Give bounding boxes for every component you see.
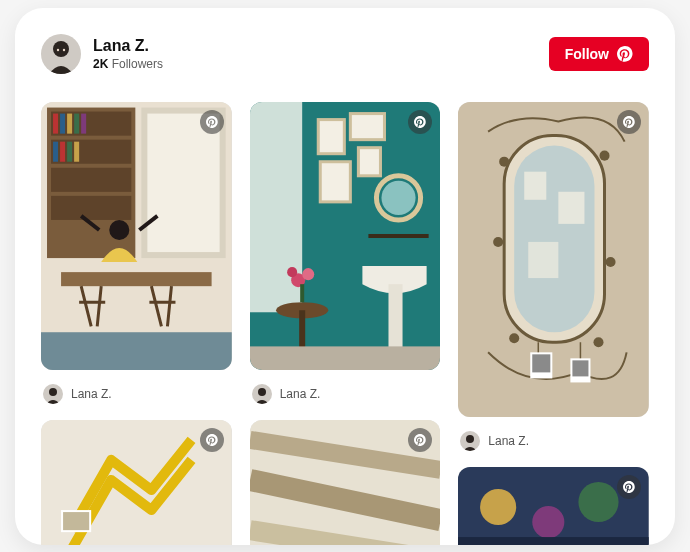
followers-count: 2K bbox=[93, 57, 108, 71]
author-avatar bbox=[460, 431, 480, 451]
svg-point-56 bbox=[606, 257, 616, 267]
pinterest-badge-icon[interactable] bbox=[617, 475, 641, 499]
pinterest-badge-icon[interactable] bbox=[200, 428, 224, 452]
svg-rect-35 bbox=[358, 148, 380, 176]
profile-module: Lana Z. 2K Followers Follow bbox=[15, 8, 675, 545]
followers-line: 2K Followers bbox=[93, 57, 163, 71]
svg-rect-12 bbox=[67, 114, 72, 134]
svg-rect-38 bbox=[368, 234, 428, 238]
follow-button-label: Follow bbox=[565, 46, 609, 62]
pin[interactable] bbox=[41, 102, 232, 370]
svg-rect-63 bbox=[525, 172, 547, 200]
svg-point-3 bbox=[63, 49, 65, 51]
pin[interactable] bbox=[41, 420, 232, 545]
pin-attribution[interactable]: Lana Z. bbox=[250, 380, 441, 410]
svg-rect-33 bbox=[350, 114, 384, 140]
svg-rect-23 bbox=[41, 332, 232, 370]
pinterest-badge-icon[interactable] bbox=[200, 110, 224, 134]
svg-rect-34 bbox=[320, 162, 350, 202]
pin-image bbox=[458, 102, 649, 417]
svg-rect-32 bbox=[318, 120, 344, 154]
pin-image bbox=[41, 102, 232, 370]
svg-rect-20 bbox=[147, 114, 219, 252]
pin[interactable] bbox=[250, 102, 441, 370]
author-name: Lana Z. bbox=[280, 387, 321, 401]
pin[interactable] bbox=[250, 420, 441, 545]
svg-rect-29 bbox=[63, 512, 89, 530]
svg-rect-15 bbox=[53, 142, 58, 162]
svg-rect-64 bbox=[559, 192, 585, 224]
pin-attribution[interactable]: Lana Z. bbox=[41, 380, 232, 410]
svg-rect-60 bbox=[533, 354, 551, 372]
follow-button[interactable]: Follow bbox=[549, 37, 649, 71]
svg-rect-21 bbox=[61, 272, 212, 286]
svg-point-2 bbox=[57, 49, 59, 51]
svg-point-44 bbox=[287, 267, 297, 277]
followers-label: Followers bbox=[112, 57, 163, 71]
svg-rect-41 bbox=[299, 310, 305, 350]
svg-point-43 bbox=[302, 268, 314, 280]
svg-rect-8 bbox=[51, 168, 131, 192]
pin-attribution[interactable]: Lana Z. bbox=[458, 427, 649, 457]
svg-rect-62 bbox=[573, 360, 589, 376]
grid-col-1: Lana Z. bbox=[41, 102, 232, 545]
svg-rect-17 bbox=[67, 142, 72, 162]
svg-point-67 bbox=[466, 435, 474, 443]
pin-grid: Lana Z. bbox=[41, 102, 649, 545]
svg-rect-45 bbox=[300, 284, 304, 302]
svg-point-1 bbox=[53, 41, 69, 57]
pinterest-badge-icon[interactable] bbox=[617, 110, 641, 134]
pin[interactable] bbox=[458, 467, 649, 545]
avatar[interactable] bbox=[41, 34, 81, 74]
svg-point-26 bbox=[49, 388, 57, 396]
svg-rect-10 bbox=[53, 114, 58, 134]
svg-rect-46 bbox=[250, 346, 441, 370]
profile-name[interactable]: Lana Z. bbox=[93, 37, 163, 55]
svg-rect-65 bbox=[529, 242, 559, 278]
author-avatar bbox=[43, 384, 63, 404]
svg-point-58 bbox=[594, 337, 604, 347]
svg-point-24 bbox=[109, 220, 129, 240]
avatar-image bbox=[41, 34, 81, 74]
header: Lana Z. 2K Followers Follow bbox=[41, 34, 649, 74]
svg-point-71 bbox=[579, 482, 619, 522]
svg-point-55 bbox=[493, 237, 503, 247]
svg-rect-18 bbox=[74, 142, 79, 162]
svg-rect-14 bbox=[81, 114, 86, 134]
grid-col-2: Lana Z. bbox=[250, 102, 441, 545]
author-name: Lana Z. bbox=[71, 387, 112, 401]
svg-point-69 bbox=[480, 489, 516, 525]
svg-rect-13 bbox=[74, 114, 79, 134]
author-avatar bbox=[252, 384, 272, 404]
profile-block: Lana Z. 2K Followers bbox=[41, 34, 163, 74]
svg-point-54 bbox=[600, 151, 610, 161]
svg-rect-11 bbox=[60, 114, 65, 134]
pin-image bbox=[250, 102, 441, 370]
svg-point-48 bbox=[258, 388, 266, 396]
pinterest-icon bbox=[617, 46, 633, 62]
svg-point-57 bbox=[510, 333, 520, 343]
svg-point-37 bbox=[381, 181, 415, 215]
author-name: Lana Z. bbox=[488, 434, 529, 448]
profile-text: Lana Z. 2K Followers bbox=[93, 37, 163, 71]
svg-point-53 bbox=[499, 157, 509, 167]
svg-rect-9 bbox=[51, 196, 131, 220]
pin[interactable] bbox=[458, 102, 649, 417]
grid-col-3: Lana Z. bbox=[458, 102, 649, 545]
svg-rect-72 bbox=[458, 537, 649, 545]
svg-rect-39 bbox=[388, 284, 402, 354]
svg-rect-16 bbox=[60, 142, 65, 162]
svg-point-70 bbox=[533, 506, 565, 538]
